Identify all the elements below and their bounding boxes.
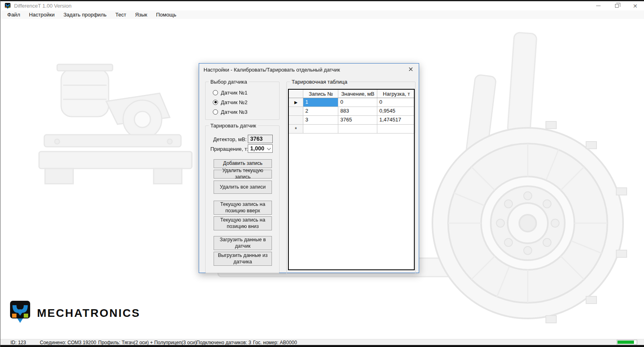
move-record-up-button[interactable]: Текущую запись на позицию вверх bbox=[214, 201, 272, 215]
column-header-value[interactable]: Значение, мВ bbox=[338, 90, 377, 98]
table-cell[interactable] bbox=[377, 125, 416, 133]
menu-language[interactable]: Язык bbox=[131, 10, 152, 19]
mechatronics-logo-icon bbox=[10, 300, 31, 324]
sensor-group-label: Выбор датчика bbox=[209, 79, 249, 85]
current-row-arrow-icon: ▶ bbox=[294, 100, 298, 105]
column-header-load[interactable]: Нагрузка, т bbox=[377, 90, 416, 98]
new-row-indicator: * bbox=[289, 125, 303, 133]
radio-label: Датчик №3 bbox=[221, 109, 247, 115]
menu-file[interactable]: Файл bbox=[3, 10, 25, 19]
menubar: Файл Настройки Задать прорфиль Тест Язык… bbox=[1, 10, 644, 19]
radio-sensor-3[interactable]: Датчик №3 bbox=[213, 109, 247, 115]
row-indicator-cell bbox=[289, 107, 303, 115]
table-row: 2 883 0,9545 bbox=[289, 107, 414, 116]
app-logo-icon bbox=[4, 3, 11, 9]
table-cell[interactable]: 0 bbox=[377, 98, 416, 107]
restore-icon bbox=[615, 4, 619, 8]
increment-combobox[interactable]: 1,000 bbox=[248, 144, 273, 153]
status-plate-number: Гос. номер: АВ0000 bbox=[253, 340, 297, 345]
table-cell[interactable]: 0,9545 bbox=[377, 107, 416, 115]
table-row: ▶ 1 0 0 bbox=[289, 98, 414, 107]
window-bottom-border bbox=[0, 345, 644, 347]
table-cell[interactable] bbox=[338, 125, 377, 133]
radio-icon bbox=[213, 109, 218, 115]
table-cell[interactable]: 1 bbox=[303, 98, 338, 107]
load-data-to-sensor-button[interactable]: Загрузить данные в датчик bbox=[214, 236, 272, 250]
table-row: 3 3765 1,474517 bbox=[289, 116, 414, 125]
status-profile: Профиль: Тягач(2 оси) + Полуприцеп(3 оси… bbox=[98, 340, 197, 345]
mechatronics-logo: MECHATRONICS bbox=[10, 300, 140, 324]
minimize-button[interactable] bbox=[589, 1, 607, 10]
column-header-record[interactable]: Запись № bbox=[303, 90, 338, 98]
mechatronics-logo-text: MECHATRONICS bbox=[37, 307, 140, 320]
new-row-asterisk-icon: * bbox=[295, 126, 297, 132]
table-new-row: * bbox=[289, 125, 414, 133]
restore-button[interactable] bbox=[607, 1, 626, 10]
status-progress-bar bbox=[617, 340, 637, 345]
status-id: ID: 123 bbox=[10, 340, 26, 345]
radio-sensor-2[interactable]: Датчик №2 bbox=[213, 99, 247, 105]
table-cell[interactable]: 3 bbox=[303, 116, 338, 124]
sensor-select-group: Выбор датчика Датчик №1 Датчик №2 Датчик… bbox=[205, 82, 280, 120]
calibrate-group-label: Тарировать датчик bbox=[209, 123, 258, 129]
table-cell[interactable]: 0 bbox=[338, 98, 377, 107]
radio-icon bbox=[213, 90, 218, 95]
table-group-label: Тарировочная таблица bbox=[290, 79, 349, 85]
app-window: DifferenceT 1.00 Version ✕ Файл Настройк… bbox=[0, 0, 644, 347]
menu-set-profile[interactable]: Задать прорфиль bbox=[59, 10, 111, 19]
menu-help[interactable]: Помощь bbox=[152, 10, 181, 19]
row-indicator-cell bbox=[289, 116, 303, 124]
menu-settings[interactable]: Настройки bbox=[25, 10, 59, 19]
close-icon: ✕ bbox=[633, 3, 638, 9]
status-sensors-connected: Подключено датчиков: 3 bbox=[196, 340, 251, 345]
chevron-down-icon bbox=[267, 146, 271, 150]
detector-label: Детектор, мВ: bbox=[213, 136, 247, 142]
settings-calibration-dialog: Настройки - Калибровать/Тарировать отдел… bbox=[199, 63, 419, 273]
unload-data-from-sensor-button[interactable]: Выгрузить данные из датчика bbox=[214, 252, 272, 266]
table-cell[interactable]: 883 bbox=[338, 107, 377, 115]
move-record-down-button[interactable]: Текущую запись на позицию вниз bbox=[214, 216, 272, 230]
menu-test[interactable]: Тест bbox=[111, 10, 131, 19]
calibration-table-group: Тарировочная таблица Запись № Значение, … bbox=[286, 82, 416, 275]
calibrate-sensor-group: Тарировать датчик Детектор, мВ: 3763 При… bbox=[205, 125, 280, 273]
calibration-table: Запись № Значение, мВ Нагрузка, т ▶ 1 0 … bbox=[288, 89, 415, 270]
minimize-icon bbox=[596, 6, 601, 6]
delete-current-record-button[interactable]: Удалить текущую запись bbox=[214, 170, 272, 179]
dialog-title: Настройки - Калибровать/Тарировать отдел… bbox=[204, 67, 340, 73]
radio-sensor-1[interactable]: Датчик №1 bbox=[213, 89, 247, 96]
table-cell[interactable]: 1,474517 bbox=[377, 116, 416, 124]
detector-value-field[interactable]: 3763 bbox=[248, 135, 273, 143]
row-indicator-header bbox=[289, 90, 303, 98]
current-row-indicator: ▶ bbox=[289, 98, 303, 107]
titlebar: DifferenceT 1.00 Version ✕ bbox=[0, 1, 644, 10]
status-progress-fill bbox=[617, 341, 634, 344]
client-area: Настройки - Калибровать/Тарировать отдел… bbox=[1, 19, 644, 339]
radio-label: Датчик №1 bbox=[221, 90, 247, 96]
delete-all-records-button[interactable]: Удалить все записи bbox=[214, 181, 272, 194]
table-cell[interactable]: 2 bbox=[303, 107, 338, 115]
radio-label: Датчик №2 bbox=[221, 99, 247, 105]
window-controls: ✕ bbox=[589, 1, 644, 10]
radio-icon bbox=[213, 100, 218, 105]
close-button[interactable]: ✕ bbox=[626, 1, 644, 10]
dialog-close-button[interactable]: ✕ bbox=[408, 66, 414, 73]
window-title: DifferenceT 1.00 Version bbox=[14, 3, 72, 9]
table-header-row: Запись № Значение, мВ Нагрузка, т bbox=[289, 90, 414, 98]
increment-label: Приращение, т: bbox=[210, 146, 249, 152]
table-cell[interactable]: 3765 bbox=[338, 116, 377, 124]
status-connection: Соединено: COM3 19200 bbox=[40, 340, 96, 345]
add-record-button[interactable]: Добавить запись bbox=[214, 159, 272, 168]
statusbar: ID: 123 Соединено: COM3 19200 Профиль: Т… bbox=[0, 339, 644, 345]
increment-value: 1,000 bbox=[250, 145, 264, 152]
table-cell[interactable] bbox=[303, 125, 338, 133]
